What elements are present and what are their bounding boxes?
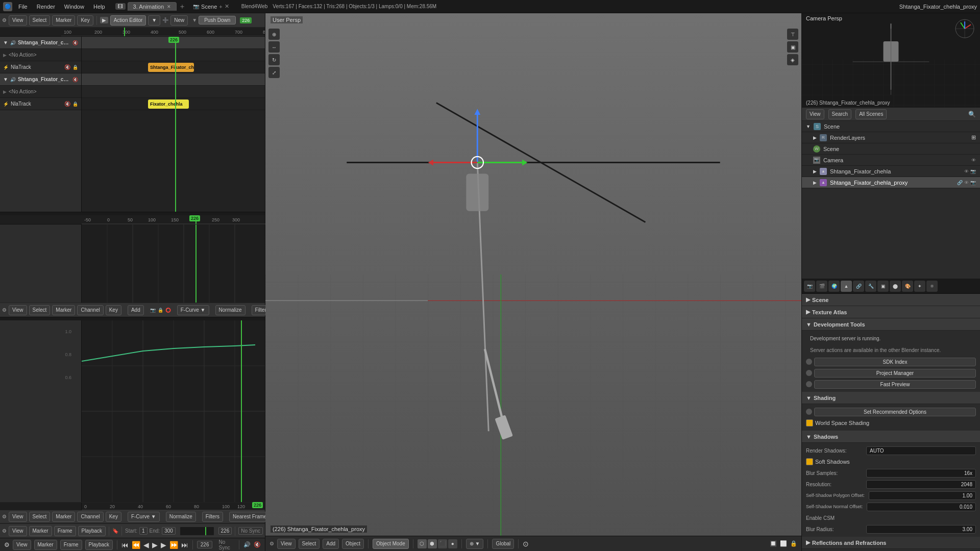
- add-3d[interactable]: Add: [323, 539, 339, 549]
- jump-end-btn[interactable]: ⏭: [181, 541, 188, 549]
- world-space-checkbox[interactable]: [806, 419, 813, 427]
- scene-section-header[interactable]: ▶ Scene: [802, 294, 980, 306]
- editor-dropdown[interactable]: ▼: [148, 15, 160, 26]
- prop-data-icon[interactable]: ▣: [877, 281, 889, 292]
- dev-tools-header[interactable]: ▼ Development Tools: [802, 318, 980, 331]
- start-frame[interactable]: 1: [139, 527, 148, 535]
- lock-icon-viewport[interactable]: 🔒: [790, 540, 797, 547]
- shading-buttons[interactable]: ⬡ ⬢ ⬛ ●: [418, 539, 457, 548]
- marker-fcurve[interactable]: Marker: [52, 512, 75, 522]
- scene-name[interactable]: Scene: [201, 4, 217, 10]
- view-btn-bottom[interactable]: View: [9, 305, 27, 315]
- shading-wire[interactable]: ⬡: [418, 539, 427, 548]
- search-outliner[interactable]: Search: [828, 109, 852, 119]
- proxy-vis[interactable]: 👁: [964, 180, 969, 185]
- select-fcurve[interactable]: Select: [29, 512, 51, 522]
- filters-fcurve[interactable]: Filters: [202, 512, 223, 522]
- prev-keyframe-btn[interactable]: ⏪: [132, 541, 140, 549]
- shading-solid[interactable]: ⬢: [428, 539, 437, 548]
- mute-icon-2[interactable]: 🔇: [72, 77, 78, 82]
- playback-timeline[interactable]: Playback: [78, 526, 106, 536]
- prop-material-icon[interactable]: ⬤: [890, 281, 901, 292]
- next-keyframe-btn[interactable]: ⏩: [169, 541, 178, 549]
- normalize-btn[interactable]: Normalize: [215, 305, 246, 315]
- file-menu[interactable]: File: [14, 3, 32, 11]
- action-editor-btn[interactable]: Action Editor: [110, 15, 146, 26]
- shtanga-actions[interactable]: 👁 📷: [964, 169, 976, 174]
- workspace-tab[interactable]: 3. Animation ✕: [128, 2, 177, 11]
- recommended-btn[interactable]: Set Recommended Options: [814, 408, 976, 416]
- timeline-scrubber[interactable]: [180, 527, 214, 536]
- renderlayers-btn[interactable]: ⊞: [971, 134, 976, 141]
- view-align-top[interactable]: ⊤: [787, 29, 798, 40]
- shading-section-header[interactable]: ▼ Shading: [802, 392, 980, 404]
- view-align-right[interactable]: ◈: [787, 54, 798, 65]
- add-workspace[interactable]: ＋: [179, 2, 186, 11]
- self-shadow-normal-value[interactable]: 0.010: [867, 503, 976, 511]
- proxy-proxy-icon[interactable]: 🔗: [957, 180, 963, 185]
- nla-group-1[interactable]: ▼ 🔊 Shtanga_Fixator_chehla 🔇: [0, 37, 81, 49]
- prop-scene-icon[interactable]: 🎬: [816, 281, 827, 292]
- select-btn-bottom[interactable]: Select: [29, 305, 51, 315]
- fast-preview-btn[interactable]: Fast Preview: [814, 380, 976, 389]
- view-3d[interactable]: View: [277, 539, 296, 549]
- view-fcurve[interactable]: View: [9, 512, 27, 522]
- prop-particles-icon[interactable]: ✦: [914, 281, 925, 292]
- view-align-front[interactable]: ▣: [787, 41, 798, 53]
- end-frame[interactable]: 300: [162, 527, 176, 535]
- render-region-icon[interactable]: ⬜: [780, 540, 787, 547]
- prop-constraints-icon[interactable]: 🔗: [853, 281, 864, 292]
- shading-rendered[interactable]: ●: [448, 539, 457, 548]
- help-menu[interactable]: Help: [89, 3, 109, 11]
- self-shadow-poly-value[interactable]: 1.00: [869, 491, 976, 500]
- editor-type-icon[interactable]: ▶: [100, 17, 108, 23]
- nla-group-2[interactable]: ▼ 🔊 Shtanga_Fixator_chehla_prox 🔇: [0, 73, 81, 86]
- expand-proxy[interactable]: ▶: [813, 180, 817, 185]
- next-frame-btn[interactable]: ▶: [161, 541, 166, 549]
- key-fcurve[interactable]: Key: [106, 512, 121, 522]
- add-btn-bottom[interactable]: Add: [128, 305, 144, 315]
- dropdown-arrow-nla[interactable]: ▼: [192, 17, 197, 23]
- mute-icon[interactable]: 🔇: [254, 541, 261, 548]
- texture-atlas-header[interactable]: ▶ Texture Atlas: [802, 306, 980, 318]
- proxy-render[interactable]: 📷: [970, 180, 976, 185]
- frame-playback[interactable]: Frame: [60, 540, 82, 550]
- scale-tool[interactable]: ⤢: [268, 67, 280, 78]
- expand-renderlayers[interactable]: ▶: [813, 135, 817, 140]
- mode-selector[interactable]: Object Mode: [373, 539, 409, 549]
- new-action-btn[interactable]: New: [170, 15, 188, 26]
- proportional-icon[interactable]: ⊙: [523, 540, 529, 548]
- playback-menu[interactable]: Playback: [85, 540, 113, 550]
- camera-vis[interactable]: 👁: [971, 158, 976, 163]
- sdk-index-btn[interactable]: SDK Index: [814, 358, 976, 366]
- blur-radius-value[interactable]: 3.00: [866, 525, 976, 534]
- audio-icon[interactable]: 🔊: [243, 541, 251, 548]
- expand-shtanga[interactable]: ▶: [813, 169, 817, 174]
- view-timeline[interactable]: View: [9, 526, 27, 536]
- jump-start-btn[interactable]: ⏮: [121, 541, 129, 549]
- outliner-renderlayers[interactable]: ▶ R RenderLayers ⊞: [802, 132, 980, 143]
- workspace-close[interactable]: ✕: [167, 4, 171, 9]
- normalize-fcurve[interactable]: Normalize: [166, 512, 196, 522]
- prop-object-icon[interactable]: ▲: [841, 281, 852, 292]
- viewport-3d[interactable]: User Persp (226) Shtanga_Fixator_chehla_…: [265, 13, 801, 536]
- select-menu-nla[interactable]: Select: [29, 15, 51, 26]
- nla-add-icon[interactable]: ➕: [162, 17, 168, 23]
- playback-icon[interactable]: ⚙: [4, 541, 10, 548]
- marker-btn-bottom[interactable]: Marker: [52, 305, 75, 315]
- outliner-proxy[interactable]: ▶ ▲ Shtanga_Fixator_chehla_proxy 🔗 👁 📷: [802, 177, 980, 188]
- mute-solo-2[interactable]: 🔇: [64, 101, 70, 107]
- proxy-actions[interactable]: 🔗 👁 📷: [957, 180, 976, 185]
- viewport-right-tools[interactable]: ⊤ ▣ ◈: [787, 29, 798, 65]
- translate-tool[interactable]: ↔: [268, 41, 280, 53]
- prop-world-icon[interactable]: 🌍: [828, 281, 840, 292]
- channel-fcurve[interactable]: Channel: [77, 512, 103, 522]
- outliner-shtanga[interactable]: ▶ ▲ Shtanga_Fixator_chehla 👁 📷: [802, 166, 980, 177]
- add-marker-icon[interactable]: 🔖: [112, 528, 118, 534]
- reflections-header[interactable]: ▶ Reflections and Refractions: [802, 537, 980, 549]
- no-sync[interactable]: No Sync: [238, 527, 263, 535]
- prev-frame-btn[interactable]: ◀: [143, 541, 149, 549]
- render-shadows-value[interactable]: AUTO: [866, 446, 976, 455]
- nla-track-2[interactable]: ⚡ NlaTrack 🔇 🔒: [0, 98, 81, 110]
- prop-texture-icon[interactable]: 🎨: [902, 281, 913, 292]
